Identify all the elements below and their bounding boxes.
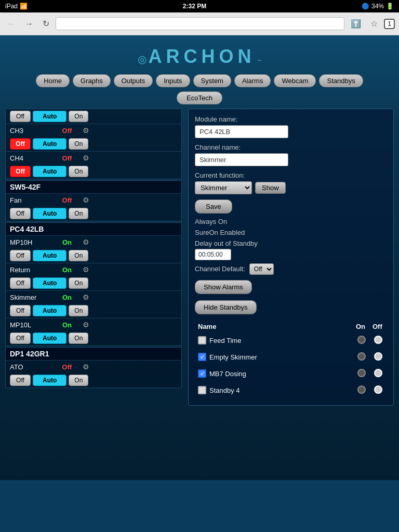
back-button[interactable]: ← [4, 17, 19, 31]
tab-count[interactable]: 1 [384, 19, 395, 29]
nav-webcam[interactable]: Webcam [274, 74, 316, 87]
channel-row-mp10h: MP10H On ⚙ [6, 235, 181, 248]
checkbox-standby4[interactable] [198, 386, 206, 394]
control-row-mp10l: Off Auto On [6, 331, 181, 345]
mb7dosing-off-radio[interactable] [374, 369, 382, 377]
col-off-header: Off [370, 322, 386, 331]
ecotech-button[interactable]: EcoTech [177, 91, 222, 104]
nav-home[interactable]: Home [36, 74, 70, 87]
on-button-ato[interactable]: On [69, 375, 88, 386]
off-button-mp10h[interactable]: Off [10, 250, 31, 261]
forward-button[interactable]: → [22, 17, 36, 31]
nav-alarms[interactable]: Alarms [234, 74, 271, 87]
standby-mb7dosing-label: MB7 Dosing [209, 370, 246, 378]
emptyskimmer-on-radio[interactable] [357, 352, 366, 361]
hide-standbys-button[interactable]: Hide Standbys [195, 300, 257, 314]
control-row-mp10h: Off Auto On [6, 248, 181, 263]
channel-status-ato: Off [51, 363, 83, 371]
time-label: 2:32 PM [183, 3, 206, 10]
channel-status-fan: Off [51, 196, 83, 204]
channel-name-input[interactable] [195, 153, 288, 166]
left-panel: Off Auto On CH3 Off ⚙ Off Auto On CH4 Of… [5, 109, 182, 406]
function-select[interactable]: Skimmer [195, 181, 252, 194]
gear-icon-ch3[interactable]: ⚙ [83, 126, 93, 135]
channel-status-mp10l: On [51, 321, 83, 329]
checkbox-mb7dosing[interactable]: ✓ [198, 369, 206, 378]
auto-button-mp10l[interactable]: Auto [33, 332, 66, 344]
reload-button[interactable]: ↻ [39, 17, 52, 31]
auto-button-ato[interactable]: Auto [33, 375, 66, 386]
show-alarms-button[interactable]: Show Alarms [195, 280, 252, 294]
nav-standbys[interactable]: Standbys [319, 74, 363, 87]
save-button[interactable]: Save [195, 200, 232, 214]
delay-standby-text: Delay out of Standby [195, 238, 387, 249]
on-button-skimmer[interactable]: On [69, 305, 88, 316]
channel-group-pc4: PC4 42LB MP10H On ⚙ Off Auto On Return O… [5, 222, 182, 346]
checkbox-emptyskimmer[interactable]: ✓ [198, 353, 206, 361]
standby-emptyskimmer-cell: ✓ Empty Skimmer [196, 349, 353, 365]
show-function-button[interactable]: Show [255, 182, 286, 194]
on-button-ch3[interactable]: On [69, 138, 88, 150]
off-active-button-ch3[interactable]: Off [10, 138, 31, 150]
nav-inputs[interactable]: Inputs [156, 74, 190, 87]
auto-button-fan[interactable]: Auto [33, 208, 66, 219]
channel-default-select[interactable]: Off On [249, 263, 274, 275]
channel-group-dp1: DP1 42GR1 ATO Off ⚙ Off Auto On [5, 347, 182, 388]
on-button-return[interactable]: On [69, 277, 88, 289]
standby-row-standby4: Standby 4 [196, 382, 386, 398]
auto-button-mp10h[interactable]: Auto [33, 250, 66, 261]
standby4-on-radio[interactable] [357, 385, 366, 394]
nav-system[interactable]: System [193, 74, 231, 87]
standby4-off-cell [370, 382, 386, 398]
off-button-ato[interactable]: Off [10, 375, 31, 386]
nav-outputs[interactable]: Outputs [114, 74, 153, 87]
channel-row-ato: ATO Off ⚙ [6, 360, 181, 373]
gear-icon-fan[interactable]: ⚙ [83, 196, 93, 204]
standby-row-mb7dosing: ✓ MB7 Dosing [196, 366, 386, 381]
gear-icon-mp10l[interactable]: ⚙ [83, 321, 93, 329]
auto-button-top[interactable]: Auto [33, 111, 66, 122]
on-button-fan[interactable]: On [69, 208, 88, 219]
emptyskimmer-off-radio[interactable] [374, 352, 382, 361]
on-button-mp10l[interactable]: On [69, 332, 88, 344]
gear-icon-skimmer[interactable]: ⚙ [83, 293, 93, 301]
auto-button-ch4[interactable]: Auto [33, 166, 66, 177]
off-button-return[interactable]: Off [10, 277, 31, 289]
checkbox-feedtime[interactable] [198, 336, 206, 344]
off-button-fan[interactable]: Off [10, 208, 31, 219]
channel-name-ato: ATO [10, 363, 51, 371]
mb7dosing-on-radio[interactable] [357, 369, 366, 377]
auto-button-ch3[interactable]: Auto [33, 138, 66, 150]
group-label-pc4: PC4 42LB [6, 223, 181, 235]
standby-feedtime-cell: Feed Time [196, 332, 353, 348]
gear-icon-ch4[interactable]: ⚙ [83, 154, 93, 162]
mb7dosing-off-cell [370, 366, 386, 381]
on-button-mp10h[interactable]: On [69, 250, 88, 261]
standby-feedtime-label: Feed Time [209, 337, 241, 344]
address-bar[interactable] [56, 17, 344, 30]
status-bar: iPad 📶 2:32 PM 🔵 34% 🔋 [0, 0, 399, 12]
off-button-mp10l[interactable]: Off [10, 332, 31, 344]
gear-icon-ato[interactable]: ⚙ [83, 363, 93, 371]
off-active-button-ch4[interactable]: Off [10, 166, 31, 177]
nav-graphs[interactable]: Graphs [73, 74, 111, 87]
auto-button-return[interactable]: Auto [33, 277, 66, 289]
col-on-header: On [354, 322, 369, 331]
main-content: Off Auto On CH3 Off ⚙ Off Auto On CH4 Of… [5, 109, 394, 406]
off-button-top[interactable]: Off [10, 111, 31, 122]
module-name-input[interactable] [195, 125, 288, 138]
on-button-top[interactable]: On [69, 111, 88, 122]
on-button-ch4[interactable]: On [69, 166, 88, 177]
feedtime-on-radio[interactable] [357, 336, 366, 344]
feedtime-off-radio[interactable] [374, 336, 382, 344]
off-button-skimmer[interactable]: Off [10, 305, 31, 316]
share-button[interactable]: ⬆️ [348, 17, 364, 31]
gear-icon-return[interactable]: ⚙ [83, 265, 93, 274]
standby4-off-radio[interactable] [374, 385, 382, 394]
auto-button-skimmer[interactable]: Auto [33, 305, 66, 316]
gear-icon-mp10h[interactable]: ⚙ [83, 238, 93, 246]
delay-input[interactable] [195, 249, 231, 260]
channel-row-ch3: CH3 Off ⚙ [6, 124, 181, 137]
ecotech-area: EcoTech [5, 91, 394, 104]
bookmark-button[interactable]: ☆ [367, 17, 381, 31]
